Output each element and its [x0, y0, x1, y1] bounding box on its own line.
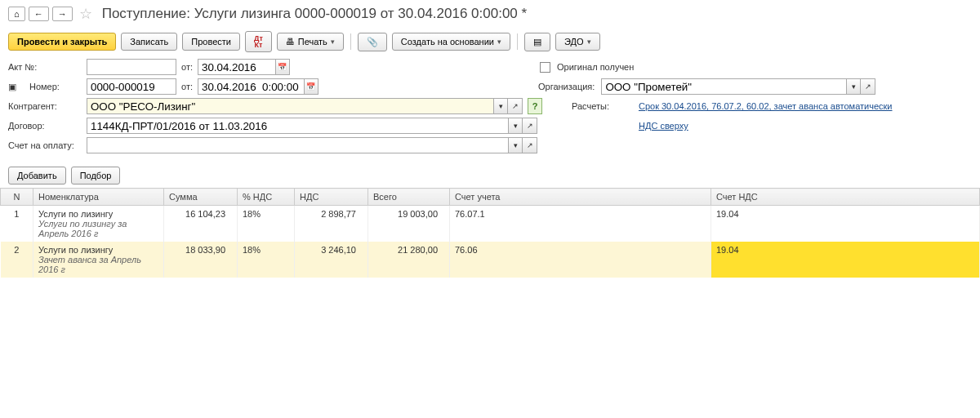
col-total[interactable]: Всего: [368, 189, 450, 206]
dropdown-icon[interactable]: ▾: [846, 78, 861, 95]
dropdown-icon[interactable]: ▾: [508, 118, 523, 134]
dogovor-input[interactable]: [87, 118, 508, 134]
help-button[interactable]: ?: [528, 98, 542, 114]
calendar-icon[interactable]: 📅: [275, 59, 290, 75]
separator: [350, 33, 351, 50]
col-pnds[interactable]: % НДС: [238, 189, 295, 206]
ot-label: от:: [181, 62, 193, 72]
col-acct[interactable]: Счет учета: [450, 189, 711, 206]
add-row-button[interactable]: Добавить: [8, 167, 66, 185]
col-n[interactable]: N: [1, 189, 33, 206]
schet-label: Счет на оплату:: [8, 140, 82, 150]
chevron-down-icon: ▾: [331, 38, 335, 46]
open-icon[interactable]: ↗: [523, 118, 537, 134]
original-checkbox[interactable]: [540, 62, 550, 73]
paperclip-icon: 📎: [367, 37, 378, 47]
org-input[interactable]: [601, 78, 846, 95]
separator: [517, 33, 518, 50]
attach-button[interactable]: 📎: [358, 33, 387, 51]
col-acct-nds[interactable]: Счет НДС: [711, 189, 980, 206]
edo-button[interactable]: ЭДО ▾: [555, 33, 600, 51]
save-button[interactable]: Записать: [121, 33, 177, 51]
col-nds[interactable]: НДС: [295, 189, 368, 206]
table-row[interactable]: 2 Услуги по лизингу Зачет аванса за Апре…: [1, 242, 980, 278]
open-icon[interactable]: ↗: [523, 137, 537, 153]
open-icon[interactable]: ↗: [861, 78, 875, 95]
items-table: N Номенклатура Сумма % НДС НДС Всего Сче…: [0, 188, 980, 278]
akt-label: Акт №:: [8, 62, 82, 72]
table-row[interactable]: 1 Услуги по лизингу Услуги по лизингу за…: [1, 206, 980, 242]
print-button[interactable]: 🖶 Печать ▾: [277, 33, 344, 51]
forward-button[interactable]: →: [52, 7, 73, 21]
col-nom[interactable]: Номенклатура: [33, 189, 164, 206]
akt-date-input[interactable]: [198, 59, 275, 75]
calendar-icon[interactable]: 📅: [304, 78, 318, 95]
col-sum[interactable]: Сумма: [164, 189, 238, 206]
schet-input[interactable]: [87, 137, 508, 153]
dogovor-label: Договор:: [8, 121, 82, 131]
status-icon: ▣: [8, 82, 24, 92]
dtkt-button[interactable]: ДтКт: [245, 31, 272, 52]
dropdown-icon[interactable]: ▾: [508, 137, 523, 153]
org-label: Организация:: [538, 82, 595, 91]
dropdown-icon[interactable]: ▾: [493, 98, 508, 114]
nomer-label: Номер:: [29, 82, 82, 91]
home-button[interactable]: ⌂: [8, 7, 25, 21]
nds-link[interactable]: НДС сверху: [639, 121, 688, 131]
post-button[interactable]: Провести: [182, 33, 240, 51]
open-icon[interactable]: ↗: [508, 98, 523, 114]
list-icon: ▤: [533, 37, 541, 47]
back-button[interactable]: ←: [29, 7, 49, 21]
page-title: Поступление: Услуги лизинга 0000-000019 …: [102, 6, 528, 22]
list-button[interactable]: ▤: [524, 33, 550, 51]
post-close-button[interactable]: Провести и закрыть: [8, 33, 116, 51]
pick-button[interactable]: Подбор: [71, 167, 121, 185]
nomer-input[interactable]: [87, 78, 176, 95]
datetime-input[interactable]: [198, 78, 304, 95]
printer-icon: 🖶: [286, 37, 295, 47]
chevron-down-icon: ▾: [587, 38, 591, 46]
ot-label: от:: [181, 82, 193, 91]
chevron-down-icon: ▾: [497, 38, 501, 46]
create-based-button[interactable]: Создать на основании ▾: [392, 33, 510, 51]
dtkt-icon: ДтКт: [254, 35, 263, 48]
akt-input[interactable]: [87, 59, 176, 75]
kontragent-input[interactable]: [87, 98, 493, 114]
raschety-link[interactable]: Срок 30.04.2016, 76.07.2, 60.02, зачет а…: [639, 101, 893, 111]
raschety-label: Расчеты:: [572, 101, 609, 111]
original-label: Оригинал получен: [557, 62, 634, 72]
favorite-icon[interactable]: ☆: [79, 5, 92, 23]
kontragent-label: Контрагент:: [8, 101, 82, 111]
